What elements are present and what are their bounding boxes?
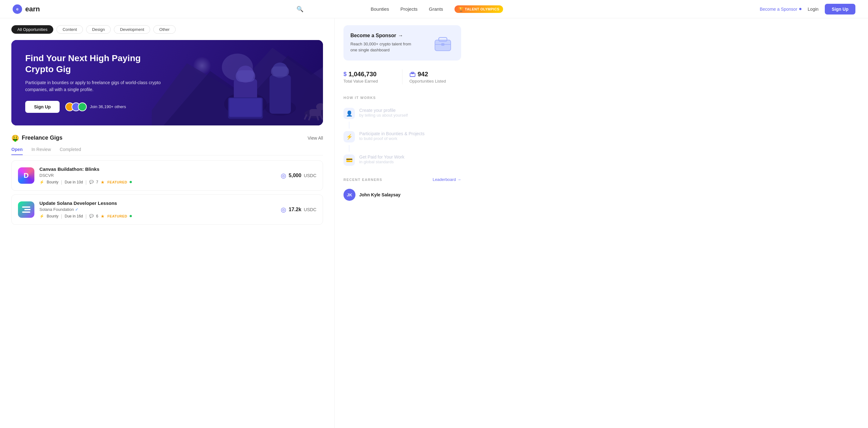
gig-comments-1: 7: [96, 180, 98, 185]
sponsor-card[interactable]: Become a Sponsor → Reach 30,000+ crypto …: [343, 25, 461, 61]
hero-content: Find Your Next High Paying Crypto Gig Pa…: [11, 40, 180, 126]
gig-reward-1: ◎ 5,000 USDC: [281, 172, 316, 179]
stats-row: $ 1,046,730 Total Value Earned 942 Oppor…: [343, 69, 461, 85]
filter-other[interactable]: Other: [153, 25, 176, 34]
active-dot-1: [130, 181, 132, 183]
nav-link-projects[interactable]: Projects: [401, 6, 417, 12]
featured-star-2: ★: [101, 214, 105, 219]
verified-icon-2: ✓: [75, 207, 79, 212]
filter-design[interactable]: Design: [86, 25, 111, 34]
featured-star-1: ★: [101, 179, 105, 185]
svg-rect-23: [441, 43, 444, 46]
gig-info-1: Canvas Buildathon: Blinks DSCVR ⚡ Bounty…: [39, 166, 132, 185]
active-dot-2: [130, 215, 132, 217]
gig-due-2: Due in 16d: [65, 214, 83, 219]
search-button[interactable]: 🔍: [297, 6, 303, 12]
gig-sep-3: |: [61, 214, 62, 219]
gig-logo-dscvr: D: [18, 167, 34, 184]
stat-value-opps: 942: [409, 71, 461, 78]
solana-bar-2: [24, 209, 31, 210]
gig-card-2-left: Update Solana Developer Lessons Solana F…: [18, 200, 132, 219]
sponsor-card-text: Become a Sponsor → Reach 30,000+ crypto …: [350, 33, 413, 53]
gig-org-name-2: Solana Foundation: [39, 207, 74, 212]
step-1-text: Create your profile by telling us about …: [359, 108, 408, 118]
logo-text: earn: [25, 5, 40, 13]
sponsor-card-title: Become a Sponsor →: [350, 33, 413, 38]
reward-amount-2: 17.2k: [288, 207, 301, 212]
stat-total-value: $ 1,046,730 Total Value Earned: [343, 71, 395, 84]
recent-earners-header: RECENT EARNERS Leaderboard →: [343, 177, 461, 182]
step-3-text: Get Paid for Your Work in global standar…: [359, 155, 404, 164]
hero-banner: Find Your Next High Paying Crypto Gig Pa…: [11, 40, 323, 126]
gig-card-2[interactable]: Update Solana Developer Lessons Solana F…: [11, 194, 323, 225]
step-3-icon-wrap: 💳: [343, 155, 355, 166]
signup-button[interactable]: Sign Up: [825, 4, 856, 14]
stat-label-total: Total Value Earned: [343, 79, 395, 84]
freelance-gigs-section: 🤑 Freelance Gigs View All Open In Review…: [11, 134, 323, 225]
filter-all[interactable]: All Opportunities: [11, 25, 53, 34]
gig-reward-2: ◎ 17.2k USDC: [281, 206, 316, 213]
filter-content[interactable]: Content: [57, 25, 83, 34]
svg-rect-12: [271, 66, 289, 76]
tab-completed[interactable]: Completed: [60, 144, 81, 155]
stat-value-total: $ 1,046,730: [343, 71, 395, 78]
gig-card-1-left: D Canvas Buildathon: Blinks DSCVR ⚡ Boun…: [18, 166, 132, 185]
sponsor-card-title-text: Become a Sponsor: [350, 33, 396, 38]
step-1-sub: by telling us about yourself: [359, 113, 408, 118]
navbar: e earn 🔍 Bounties Projects Grants 🏆 TALE…: [0, 0, 868, 18]
filter-development[interactable]: Development: [114, 25, 150, 34]
svg-rect-8: [229, 98, 261, 117]
gig-name-1: Canvas Buildathon: Blinks: [39, 166, 132, 172]
gig-type-2: Bounty: [47, 214, 58, 219]
stat-divider: [402, 69, 402, 85]
earner-avatar-1: JK: [343, 189, 355, 201]
leaderboard-link[interactable]: Leaderboard →: [433, 177, 461, 182]
hero-join-group: Join 36,190+ others: [65, 102, 126, 111]
tab-open[interactable]: Open: [11, 144, 23, 155]
gig-info-2: Update Solana Developer Lessons Solana F…: [39, 200, 132, 219]
become-sponsor-link[interactable]: Become a Sponsor: [760, 7, 801, 12]
dollar-icon: $: [343, 71, 347, 77]
step-1-main: Create your profile: [359, 108, 408, 113]
reward-amount-1: 5,000: [288, 173, 301, 178]
sponsor-arrow-icon: →: [398, 33, 403, 38]
talent-olympics-badge[interactable]: 🏆 TALENT OLYMPICS: [455, 5, 503, 13]
main-layout: All Opportunities Content Design Develop…: [0, 18, 868, 428]
section-header: 🤑 Freelance Gigs View All: [11, 134, 323, 142]
gig-logo-solana: [18, 201, 34, 218]
step-2-sub: to build proof of work: [359, 136, 425, 141]
tab-in-review[interactable]: In Review: [32, 144, 51, 155]
recent-earners-title: RECENT EARNERS: [343, 178, 382, 182]
gigs-tabs: Open In Review Completed: [11, 144, 323, 155]
login-button[interactable]: Login: [808, 7, 818, 12]
gig-card-1[interactable]: D Canvas Buildathon: Blinks DSCVR ⚡ Boun…: [11, 160, 323, 191]
step-1-icon-wrap: 👤: [343, 108, 355, 119]
svg-rect-10: [269, 75, 291, 114]
step-2-icon-wrap: ⚡: [343, 131, 355, 142]
view-all-link[interactable]: View All: [308, 135, 323, 140]
hero-subtitle: Participate in bounties or apply to free…: [25, 79, 166, 93]
step-line-1: [349, 122, 349, 129]
gig-sep-2: |: [86, 179, 87, 185]
sponsor-dot: [799, 8, 801, 10]
avatar-stack: [65, 102, 87, 111]
stat-opportunities: 942 Opportunities Listed: [409, 71, 461, 84]
gig-due-1: Due in 10d: [65, 180, 83, 185]
sponsor-illustration: [432, 32, 454, 54]
featured-label-2: FEATURED: [107, 214, 127, 218]
gig-org-1: DSCVR: [39, 173, 132, 178]
gig-name-2: Update Solana Developer Lessons: [39, 200, 132, 206]
usdc-icon-2: ◎: [281, 206, 286, 213]
nav-link-bounties[interactable]: Bounties: [371, 6, 389, 12]
gig-comment-icon-1: 💬: [89, 180, 94, 184]
avatar-3: [78, 102, 87, 111]
usdc-icon-1: ◎: [281, 172, 286, 179]
step-2-icon: ⚡: [346, 134, 352, 140]
solana-bar-1: [22, 206, 30, 208]
gig-type-icon-1: ⚡: [39, 180, 44, 185]
content-area: All Opportunities Content Design Develop…: [0, 18, 334, 428]
svg-rect-14: [309, 109, 321, 116]
hero-signup-button[interactable]: Sign Up: [25, 101, 60, 113]
gig-org-2: Solana Foundation ✓: [39, 207, 132, 212]
nav-link-grants[interactable]: Grants: [429, 6, 443, 12]
